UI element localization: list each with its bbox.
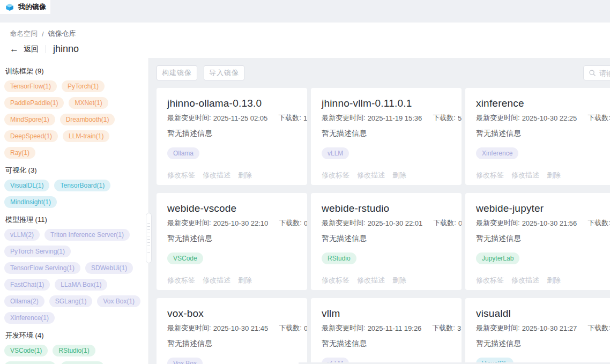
filter-tag[interactable]: PyTorch Serving(1) <box>4 246 71 257</box>
meta-downloads-label: 下载数: <box>587 113 610 123</box>
filter-tag[interactable]: LLM-train(1) <box>63 130 109 142</box>
breadcrumb-namespace[interactable]: 命名空间 <box>10 29 38 39</box>
meta-time-value: 2025-11-11 19:26 <box>368 324 422 332</box>
filter-tag[interactable]: Triton Inference Server(1) <box>44 229 130 241</box>
sidebar-resize-handle[interactable] <box>146 213 152 263</box>
image-card: visualdl 最新变更时间: 2025-10-30 21:27 下载数: 0… <box>465 298 610 364</box>
edit-description-link[interactable]: 修改描述 <box>203 170 230 180</box>
meta-time-label: 最新变更时间: <box>322 218 366 228</box>
image-name: jhinno-ollama-0.13.0 <box>167 96 296 110</box>
delete-link[interactable]: 删除 <box>392 170 406 180</box>
filter-tag[interactable]: TensorFlow(1) <box>4 80 57 92</box>
image-meta: 最新变更时间: 2025-11-25 02:05 下载数: 1 <box>167 113 296 123</box>
meta-time-label: 最新变更时间: <box>322 323 366 333</box>
filter-tag[interactable]: SDWebUi(1) <box>85 262 133 274</box>
breadcrumb: 命名空间 / 镜像仓库 <box>10 23 600 39</box>
filter-tag[interactable]: PyTorch(1) <box>62 80 105 92</box>
filter-tag[interactable]: Ray(1) <box>4 147 35 159</box>
filter-tag[interactable]: VisualDL(1) <box>4 180 49 191</box>
image-card: vox-box 最新变更时间: 2025-10-30 21:45 下载数: 0 … <box>157 298 307 364</box>
filter-tag[interactable]: PaddlePaddle(1) <box>4 97 64 109</box>
meta-time-label: 最新变更时间: <box>167 323 211 333</box>
meta-downloads-value: 0 <box>304 219 307 227</box>
search-input[interactable] <box>599 69 610 77</box>
filter-sidebar: 训练框架 (9) TensorFlow(1)PyTorch(1)PaddlePa… <box>0 58 149 364</box>
image-description: 暂无描述信息 <box>322 339 451 348</box>
back-arrow-icon[interactable]: ← <box>10 44 19 54</box>
package-box-icon <box>5 2 14 12</box>
filter-tag[interactable]: vLLM(2) <box>4 229 40 241</box>
import-image-button[interactable]: 导入镜像 <box>204 65 244 80</box>
meta-downloads-value: 0 <box>458 219 462 227</box>
image-card-grid: jhinno-ollama-0.13.0 最新变更时间: 2025-11-25 … <box>157 88 602 364</box>
edit-description-link[interactable]: 修改描述 <box>357 276 385 285</box>
back-button[interactable]: 返回 <box>24 44 39 54</box>
image-name: visualdl <box>476 307 605 320</box>
delete-link[interactable]: 删除 <box>238 276 252 285</box>
filter-tag[interactable]: Dreambooth(1) <box>60 114 115 125</box>
meta-time-value: 2025-10-30 22:25 <box>522 114 577 122</box>
edit-description-link[interactable]: 修改描述 <box>203 276 230 285</box>
search-icon <box>589 69 596 77</box>
edit-description-link[interactable]: 修改描述 <box>511 170 539 180</box>
filter-tag[interactable]: MindSpore(1) <box>4 114 55 125</box>
image-name: xinference <box>476 96 605 110</box>
image-card: webide-rstudio 最新变更时间: 2025-10-30 22:01 … <box>311 193 462 290</box>
filter-tag[interactable]: FastChat(1) <box>4 279 50 291</box>
edit-tags-link[interactable]: 修改标签 <box>476 170 504 180</box>
delete-link[interactable]: 删除 <box>392 276 406 285</box>
meta-time-value: 2025-11-19 15:36 <box>368 114 422 122</box>
meta-time-label: 最新变更时间: <box>167 218 211 228</box>
content-area: 训练框架 (9) TensorFlow(1)PyTorch(1)PaddlePa… <box>0 58 610 364</box>
search-box <box>583 65 610 80</box>
filter-tag[interactable]: Xinference(1) <box>4 312 55 324</box>
filter-tag[interactable]: MindInsight(1) <box>4 196 57 208</box>
filter-tag[interactable]: MXNet(1) <box>69 97 108 109</box>
filter-tag[interactable]: Ollama(2) <box>4 295 44 307</box>
filter-tag[interactable]: TensorBoard(1) <box>54 180 110 191</box>
toolbar: 构建镜像 导入镜像 <box>157 65 602 80</box>
meta-downloads-value: 3 <box>457 324 461 332</box>
filter-tag[interactable]: JupyterLab(1) <box>4 361 56 364</box>
edit-description-link[interactable]: 修改描述 <box>511 276 539 285</box>
filter-tag[interactable]: SGLang(1) <box>49 295 93 307</box>
card-actions: 修改标签 修改描述 删除 <box>167 276 296 285</box>
meta-downloads-value: 5 <box>458 114 462 122</box>
app-logo-block: 我的镜像 <box>0 0 50 14</box>
filter-tag[interactable]: RStudio(1) <box>53 345 95 356</box>
meta-time-value: 2025-10-30 21:45 <box>213 324 269 332</box>
meta-downloads-label: 下载数: <box>432 323 455 333</box>
edit-tags-link[interactable]: 修改标签 <box>476 276 504 285</box>
sidebar-tag-group: VisualDL(1)TensorBoard(1)MindInsight(1) <box>4 180 144 208</box>
image-meta: 最新变更时间: 2025-10-30 22:10 下载数: 0 <box>167 218 296 228</box>
edit-description-link[interactable]: 修改描述 <box>357 170 385 180</box>
image-description: 暂无描述信息 <box>167 129 296 138</box>
edit-tags-link[interactable]: 修改标签 <box>322 276 349 285</box>
filter-tag[interactable]: LLaMA Box(1) <box>55 279 107 291</box>
image-category-tag: vLLM <box>322 147 349 159</box>
breadcrumb-separator: / <box>42 30 44 38</box>
build-image-button[interactable]: 构建镜像 <box>157 65 197 80</box>
image-name: jhinno-vllm-0.11.0.1 <box>322 96 451 110</box>
delete-link[interactable]: 删除 <box>547 276 561 285</box>
sidebar-section-devenv: 开发环境 (4) VSCode(1)RStudio(1)JupyterLab(1… <box>4 331 144 364</box>
meta-downloads-label: 下载数: <box>279 218 302 228</box>
page-title: jhinno <box>53 43 79 55</box>
image-name: vox-box <box>167 307 296 320</box>
image-card: xinference 最新变更时间: 2025-10-30 22:25 下载数:… <box>465 88 610 185</box>
filter-tag[interactable]: Vox Box(1) <box>97 295 140 307</box>
filter-tag[interactable]: Desktop(5) <box>61 361 104 364</box>
delete-link[interactable]: 删除 <box>238 170 252 180</box>
image-description: 暂无描述信息 <box>322 129 451 138</box>
filter-tag[interactable]: VSCode(1) <box>4 345 48 356</box>
edit-tags-link[interactable]: 修改标签 <box>167 276 195 285</box>
image-category-tag: Xinference <box>476 147 518 159</box>
meta-time-label: 最新变更时间: <box>476 113 520 123</box>
edit-tags-link[interactable]: 修改标签 <box>322 170 349 180</box>
edit-tags-link[interactable]: 修改标签 <box>167 170 195 180</box>
filter-tag[interactable]: TensorFlow Serving(1) <box>4 262 80 274</box>
header-panel: 命名空间 / 镜像仓库 ← 返回 jhinno <box>0 23 610 58</box>
delete-link[interactable]: 删除 <box>547 170 561 180</box>
filter-tag[interactable]: DeepSpeed(1) <box>4 130 58 142</box>
breadcrumb-repository[interactable]: 镜像仓库 <box>48 29 76 39</box>
